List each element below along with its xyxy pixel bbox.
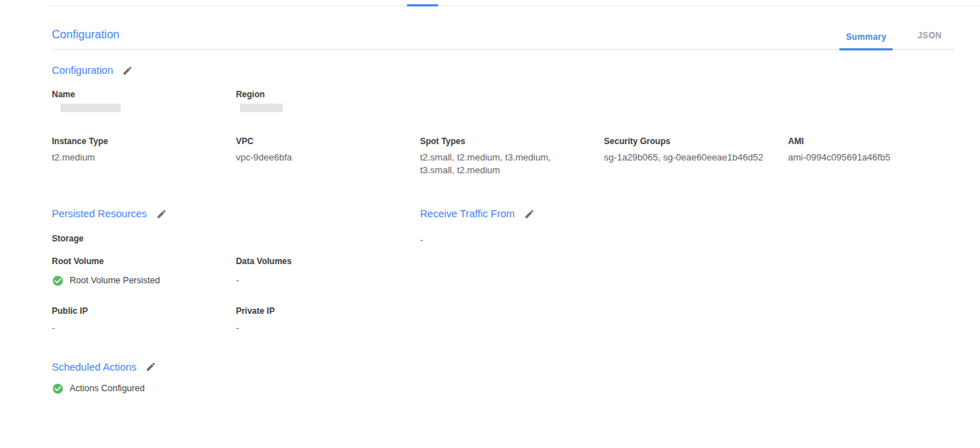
field-spot-types-value: t2.small, t2.medium, t3.medium, t3.small… <box>420 151 587 177</box>
edit-receive-traffic-icon[interactable] <box>524 209 535 219</box>
receive-traffic-section: Receive Traffic From - <box>420 207 955 334</box>
root-volume-status: Root Volume Persisted <box>52 274 219 287</box>
edit-persisted-resources-icon[interactable] <box>156 209 167 219</box>
field-name-label: Name <box>52 89 219 99</box>
scheduled-actions-status-text: Actions Configured <box>70 383 145 393</box>
tab-summary[interactable]: Summary <box>839 32 893 50</box>
receive-traffic-heading: Receive Traffic From <box>420 208 535 219</box>
persisted-resources-heading: Persisted Resources <box>52 208 167 219</box>
field-name-redacted-value <box>60 104 121 112</box>
ip-values-grid: - - <box>52 322 403 334</box>
private-ip-value: - <box>236 322 403 334</box>
scheduled-actions-section: Scheduled Actions Actions Configured <box>52 361 955 395</box>
receive-traffic-title: Receive Traffic From <box>420 208 515 219</box>
field-spot-types-label: Spot Types <box>420 136 587 146</box>
tab-json[interactable]: JSON <box>911 31 948 49</box>
private-ip-label: Private IP <box>236 306 403 316</box>
configuration-fields-row2: Instance Type t2.medium VPC vpc-9dee6bfa… <box>52 136 955 177</box>
field-security-groups-label: Security Groups <box>604 136 771 146</box>
persisted-resources-section: Persisted Resources Storage Root Volume … <box>52 207 403 334</box>
public-ip-value: - <box>52 322 219 334</box>
field-instance-type-label: Instance Type <box>52 136 219 146</box>
field-vpc-value: vpc-9dee6bfa <box>236 151 403 164</box>
field-ami-value: ami-0994c095691a46fb5 <box>788 151 955 164</box>
data-volumes-value: - <box>236 274 403 287</box>
configuration-section-title: Configuration <box>52 65 113 76</box>
page-title: Configuration <box>52 28 119 49</box>
persisted-resources-title: Persisted Resources <box>52 208 147 219</box>
configuration-section-heading: Configuration <box>52 65 133 76</box>
view-tabs: Summary JSON <box>821 31 955 49</box>
field-security-groups: Security Groups sg-1a29b065, sg-0eae60ee… <box>604 136 771 177</box>
field-region: Region <box>236 89 403 112</box>
root-volume-status-text: Root Volume Persisted <box>70 275 160 285</box>
page-header: Configuration Summary JSON <box>52 0 955 50</box>
middle-sections: Persisted Resources Storage Root Volume … <box>52 207 955 334</box>
field-ami: AMI ami-0994c095691a46fb5 <box>788 136 955 177</box>
edit-scheduled-actions-icon[interactable] <box>146 361 156 372</box>
scheduled-actions-status: Actions Configured <box>52 383 955 395</box>
field-spot-types: Spot Types t2.small, t2.medium, t3.mediu… <box>420 136 587 177</box>
volumes-grid: Root Volume Data Volumes <box>52 256 403 266</box>
ip-labels-grid: Public IP Private IP <box>52 306 403 316</box>
field-instance-type: Instance Type t2.medium <box>52 136 219 177</box>
field-ami-label: AMI <box>788 136 955 146</box>
field-security-groups-value: sg-1a29b065, sg-0eae60eeae1b46d52 <box>604 151 771 164</box>
field-instance-type-value: t2.medium <box>52 151 219 164</box>
root-volume-label: Root Volume <box>52 256 219 266</box>
field-vpc-label: VPC <box>236 136 403 146</box>
scheduled-actions-title: Scheduled Actions <box>52 361 136 373</box>
scheduled-actions-heading: Scheduled Actions <box>52 361 156 373</box>
edit-configuration-icon[interactable] <box>122 65 133 76</box>
data-volumes-label: Data Volumes <box>236 256 403 266</box>
volumes-status-grid: Root Volume Persisted - <box>52 274 403 287</box>
field-name: Name <box>52 89 219 112</box>
storage-label: Storage <box>52 234 403 244</box>
public-ip-label: Public IP <box>52 306 219 316</box>
check-circle-icon <box>52 275 64 287</box>
configuration-fields-row1: Name Region <box>52 89 955 112</box>
receive-traffic-value: - <box>420 234 955 245</box>
configuration-page: Configuration Summary JSON Configuration… <box>52 0 955 395</box>
field-region-label: Region <box>236 89 403 99</box>
field-vpc: VPC vpc-9dee6bfa <box>236 136 403 177</box>
field-region-redacted-value <box>240 104 283 112</box>
check-circle-icon <box>52 383 64 395</box>
